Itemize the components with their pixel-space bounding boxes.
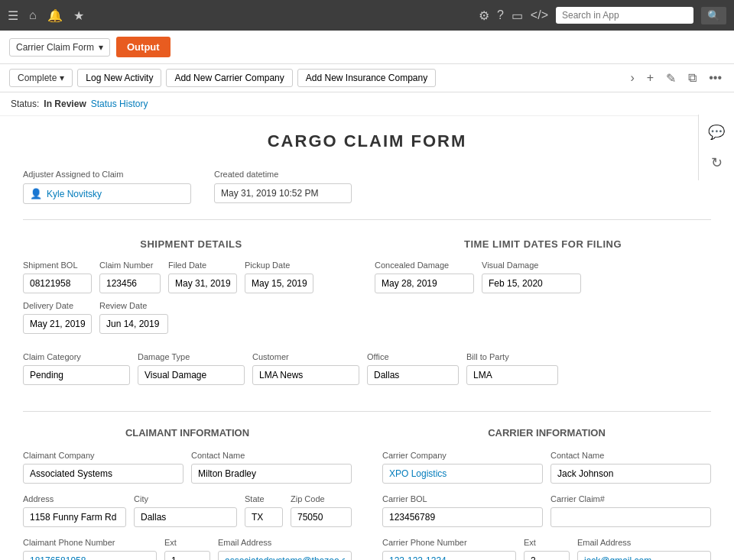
claimant-company-label: Claimant Company: [23, 451, 184, 460]
carrier-ext-field: Ext: [524, 538, 570, 560]
action-bar-right: › + ✎ ⧉ •••: [628, 70, 725, 87]
carrier-company-label: Carrier Company: [382, 451, 543, 460]
claim-category-field: Claim Category: [23, 352, 130, 385]
carrier-email-label: Email Address: [577, 538, 711, 547]
carrier-claim-num-label: Carrier Claim#: [550, 494, 711, 503]
bol-field: Shipment BOL: [23, 261, 92, 293]
right-sidebar: 💬 ↻: [698, 115, 734, 180]
carrier-phone-label: Carrier Phone Number: [382, 538, 516, 547]
edit-icon[interactable]: ✎: [663, 70, 679, 87]
star-icon[interactable]: ★: [73, 8, 84, 23]
review-date-input[interactable]: [99, 314, 168, 334]
copy-icon[interactable]: ⧉: [685, 70, 700, 86]
top-fields: Adjuster Assigned to Claim 👤 Kyle Novits…: [23, 170, 711, 220]
comment-icon[interactable]: 💬: [702, 118, 731, 147]
carrier-email-input[interactable]: [577, 551, 711, 560]
form-select[interactable]: Carrier Claim Form ▾: [9, 38, 110, 57]
claimant-address-row: Address City State Zip Code: [23, 494, 352, 527]
carrier-ext-input[interactable]: [524, 551, 570, 560]
claimant-email-label: Email Address: [218, 538, 352, 547]
chevron-right-icon[interactable]: ›: [628, 70, 638, 86]
claimant-phone-field: Claimant Phone Number: [23, 538, 157, 560]
gear-icon[interactable]: ⚙: [479, 8, 489, 23]
delivery-date-input[interactable]: [23, 314, 92, 334]
claimant-address-input[interactable]: [23, 507, 126, 527]
filed-date-field: Filed Date: [168, 261, 237, 293]
adjuster-input[interactable]: 👤 Kyle Novitsky: [23, 183, 191, 204]
pickup-date-input[interactable]: [245, 274, 313, 293]
complete-button[interactable]: Complete ▾: [9, 69, 73, 87]
pickup-date-field: Pickup Date: [245, 261, 313, 293]
bill-to-party-input[interactable]: [466, 365, 558, 385]
claimant-ext-field: Ext: [164, 538, 210, 560]
action-bar: Complete ▾ Log New Activity Add New Carr…: [0, 64, 734, 92]
bill-to-party-label: Bill to Party: [466, 352, 558, 361]
customer-input[interactable]: [252, 365, 359, 385]
add-icon[interactable]: +: [644, 70, 657, 86]
add-carrier-button[interactable]: Add New Carrier Company: [166, 69, 292, 87]
time-limit-details: TIME LIMIT DATES FOR FILING Concealed Da…: [375, 238, 711, 345]
claimant-state-input[interactable]: [245, 507, 283, 527]
claimant-contact-input[interactable]: [191, 464, 352, 484]
claimant-carrier-section: CLAIMANT INFORMATION Claimant Company Co…: [23, 427, 711, 560]
carrier-company-input[interactable]: [382, 464, 543, 484]
claimant-city-input[interactable]: [134, 507, 237, 527]
visual-damage-field: Visual Damage: [482, 261, 581, 293]
damage-type-field: Damage Type: [138, 352, 245, 385]
carrier-phone-row: Carrier Phone Number Ext Email Address: [382, 538, 711, 560]
nav-right: ⚙ ? ▭ </> 🔍: [479, 7, 726, 24]
damage-type-input[interactable]: [138, 365, 245, 385]
question-icon[interactable]: ?: [497, 8, 504, 22]
carrier-bol-input[interactable]: [382, 507, 543, 527]
carrier-phone-input[interactable]: [382, 551, 516, 560]
status-value: In Review: [44, 99, 86, 109]
filed-date-input[interactable]: [168, 274, 237, 293]
menu-icon[interactable]: ☰: [8, 8, 18, 23]
claimant-company-row: Claimant Company Contact Name: [23, 451, 352, 484]
office-input[interactable]: [367, 365, 459, 385]
code-icon[interactable]: </>: [531, 8, 548, 22]
carrier-header: CARRIER INFORMATION: [382, 427, 711, 439]
status-history-link[interactable]: Status History: [91, 99, 148, 109]
search-button[interactable]: 🔍: [701, 7, 726, 24]
claim-num-input[interactable]: [99, 274, 161, 293]
claimant-contact-field: Contact Name: [191, 451, 352, 484]
claimant-zip-input[interactable]: [291, 507, 352, 527]
shipment-header: SHIPMENT DETAILS: [23, 238, 359, 250]
filed-date-label: Filed Date: [168, 261, 237, 270]
refresh-icon[interactable]: ↻: [702, 148, 731, 177]
tablet-icon[interactable]: ▭: [512, 8, 523, 23]
delivery-date-label: Delivery Date: [23, 301, 92, 310]
category-row: Claim Category Damage Type Customer Offi…: [23, 352, 711, 385]
bill-to-party-field: Bill to Party: [466, 352, 558, 385]
search-input[interactable]: [556, 7, 693, 24]
concealed-damage-field: Concealed Damage: [375, 261, 474, 293]
carrier-contact-input[interactable]: [550, 464, 711, 484]
pickup-date-label: Pickup Date: [245, 261, 313, 270]
shipment-time-section: SHIPMENT DETAILS Shipment BOL Claim Numb…: [23, 238, 711, 412]
top-navigation: ☰ ⌂ 🔔 ★ ⚙ ? ▭ </> 🔍: [0, 0, 734, 31]
claim-category-label: Claim Category: [23, 352, 130, 361]
claimant-company-input[interactable]: [23, 464, 184, 484]
bol-input[interactable]: [23, 274, 92, 293]
claimant-email-input[interactable]: [218, 551, 352, 560]
created-label: Created datetime: [214, 170, 352, 179]
carrier-claim-num-input[interactable]: [550, 507, 711, 527]
claimant-ext-input[interactable]: [164, 551, 210, 560]
output-button[interactable]: Output: [116, 37, 171, 57]
log-activity-button[interactable]: Log New Activity: [77, 69, 161, 87]
claimant-phone-input[interactable]: [23, 551, 157, 560]
add-insurance-button[interactable]: Add New Insurance Company: [297, 69, 436, 87]
created-field-group: Created datetime: [214, 170, 352, 204]
concealed-damage-label: Concealed Damage: [375, 261, 474, 270]
adjuster-field-group: Adjuster Assigned to Claim 👤 Kyle Novits…: [23, 170, 191, 204]
bell-icon[interactable]: 🔔: [47, 8, 63, 23]
claim-category-input[interactable]: [23, 365, 130, 385]
more-icon[interactable]: •••: [706, 70, 725, 86]
concealed-damage-input[interactable]: [375, 274, 474, 293]
visual-damage-input[interactable]: [482, 274, 581, 293]
created-input[interactable]: [214, 183, 352, 203]
form-select-label: Carrier Claim Form: [16, 42, 94, 53]
delivery-date-field: Delivery Date: [23, 301, 92, 334]
home-icon[interactable]: ⌂: [29, 8, 37, 22]
